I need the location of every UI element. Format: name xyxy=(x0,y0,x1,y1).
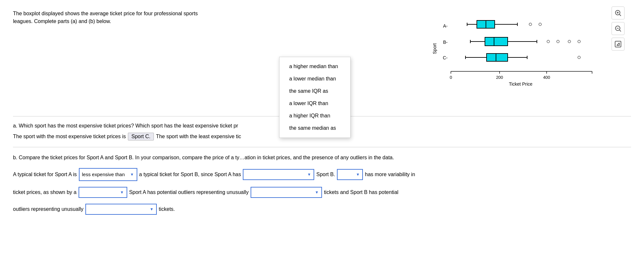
sentence3-prefix: outliers representing unusually xyxy=(13,204,83,214)
chevron-down-icon-2: ▼ xyxy=(307,171,311,178)
svg-point-28 xyxy=(529,23,532,26)
svg-text:B-: B- xyxy=(443,40,448,45)
part-b-question: b. Compare the ticket prices for Sport A… xyxy=(13,154,630,162)
zoom-in-button[interactable] xyxy=(612,6,625,19)
svg-text:400: 400 xyxy=(543,75,550,80)
svg-rect-42 xyxy=(487,54,508,61)
chevron-down-icon-3: ▼ xyxy=(356,171,360,178)
chevron-down-icon: ▼ xyxy=(130,171,134,178)
dropdown-item-higher-median[interactable]: a higher median than xyxy=(279,60,350,73)
select-expensive-dropdown[interactable]: less expensive than ▼ xyxy=(79,168,137,181)
select-median-iqr-dropdown[interactable]: ▼ xyxy=(243,169,314,180)
svg-line-8 xyxy=(617,43,619,45)
dropdown-item-lower-median[interactable]: a lower median than xyxy=(279,73,350,85)
sentence-row-3: outliers representing unusually ▼ ticket… xyxy=(13,204,631,215)
svg-point-29 xyxy=(539,23,541,26)
boxplot-chart: Sport A- B- C- 0 200 400 Ticket Price xyxy=(430,6,608,89)
select-expensive-value: less expensive than xyxy=(82,170,128,179)
sentence1-sport-b: Sport B. xyxy=(316,169,335,180)
svg-text:0: 0 xyxy=(450,75,452,80)
sentence1-middle: a typical ticket for Sport B, since Spor… xyxy=(139,169,241,180)
sentence2-prefix: ticket prices, as shown by a xyxy=(13,187,77,198)
chevron-down-icon-5: ▼ xyxy=(315,188,319,196)
dropdown-item-same-median[interactable]: the same median as xyxy=(279,122,350,134)
chevron-down-icon-4: ▼ xyxy=(120,188,124,196)
svg-point-46 xyxy=(578,56,580,59)
svg-text:Ticket Price: Ticket Price xyxy=(509,81,533,87)
separator-2 xyxy=(13,147,631,147)
intro-text: The boxplot displayed shows the average … xyxy=(13,10,201,25)
dropdown-item-same-iqr[interactable]: the same IQR as xyxy=(279,85,350,97)
svg-text:C-: C- xyxy=(443,55,448,60)
dropdown-item-higher-iqr[interactable]: a higher IQR than xyxy=(279,110,350,122)
chart-zoom-controls xyxy=(612,6,625,51)
sentence1-prefix: A typical ticket for Sport A is xyxy=(13,169,77,180)
select-unusual-a-dropdown[interactable]: ▼ xyxy=(251,187,322,198)
svg-line-5 xyxy=(620,30,621,32)
main-container: The boxplot displayed shows the average … xyxy=(0,0,644,230)
svg-line-1 xyxy=(620,15,621,16)
svg-point-39 xyxy=(578,40,580,43)
dropdown-item-lower-iqr[interactable]: a lower IQR than xyxy=(279,97,350,110)
chevron-down-icon-6: ▼ xyxy=(150,205,154,213)
part-b-section: b. Compare the ticket prices for Sport A… xyxy=(13,154,631,215)
export-button[interactable] xyxy=(612,38,625,51)
sentence2-middle: Sport A has potential outliers represent… xyxy=(129,187,249,198)
svg-point-37 xyxy=(557,40,559,43)
sentence-row-2: ticket prices, as shown by a ▼ Sport A h… xyxy=(13,187,631,198)
select-iqr-dropdown[interactable]: ▼ xyxy=(79,187,127,198)
sentence3-suffix: tickets. xyxy=(159,204,175,214)
most-expensive-value: Sport C. xyxy=(128,133,154,140)
zoom-out-button[interactable] xyxy=(612,22,625,35)
svg-point-36 xyxy=(547,40,550,43)
chart-area: Sport A- B- C- 0 200 400 Ticket Price xyxy=(430,6,625,89)
svg-text:Sport: Sport xyxy=(432,43,437,54)
sentence1-end: has more variability in xyxy=(365,169,415,180)
intro-paragraph: The boxplot displayed shows the average … xyxy=(13,11,198,24)
sentence2-end: tickets and Sport B has potential xyxy=(324,187,398,198)
select-unusual-b-dropdown[interactable]: ▼ xyxy=(85,204,157,215)
svg-text:A-: A- xyxy=(443,23,448,29)
dropdown-menu: a higher median than a lower median than… xyxy=(279,57,351,138)
svg-point-38 xyxy=(568,40,571,43)
select-sport-dropdown[interactable]: ▼ xyxy=(337,169,363,180)
svg-text:200: 200 xyxy=(496,75,503,80)
sentence-row-1: A typical ticket for Sport A is less exp… xyxy=(13,168,631,181)
svg-rect-32 xyxy=(485,37,508,46)
